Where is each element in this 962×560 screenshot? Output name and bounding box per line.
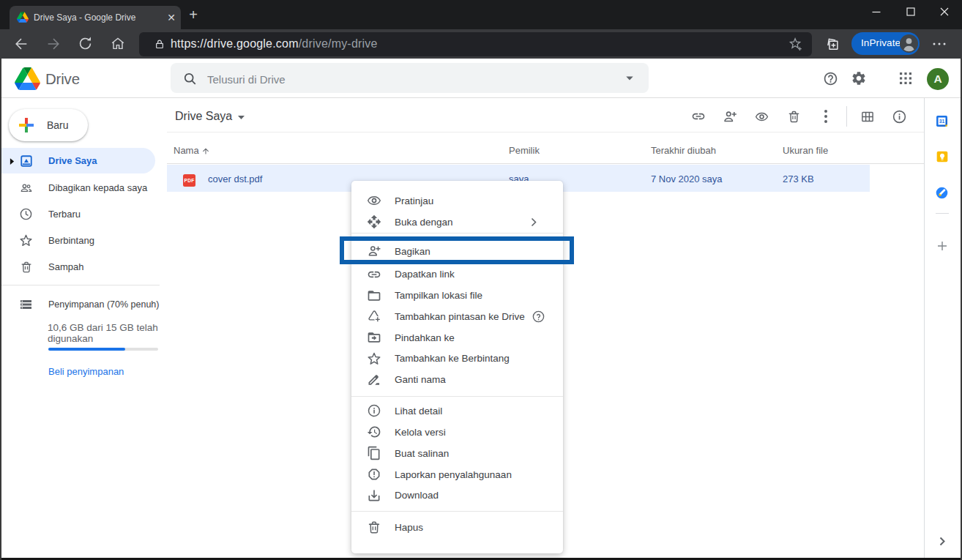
svg-text:31: 31 bbox=[939, 119, 945, 124]
